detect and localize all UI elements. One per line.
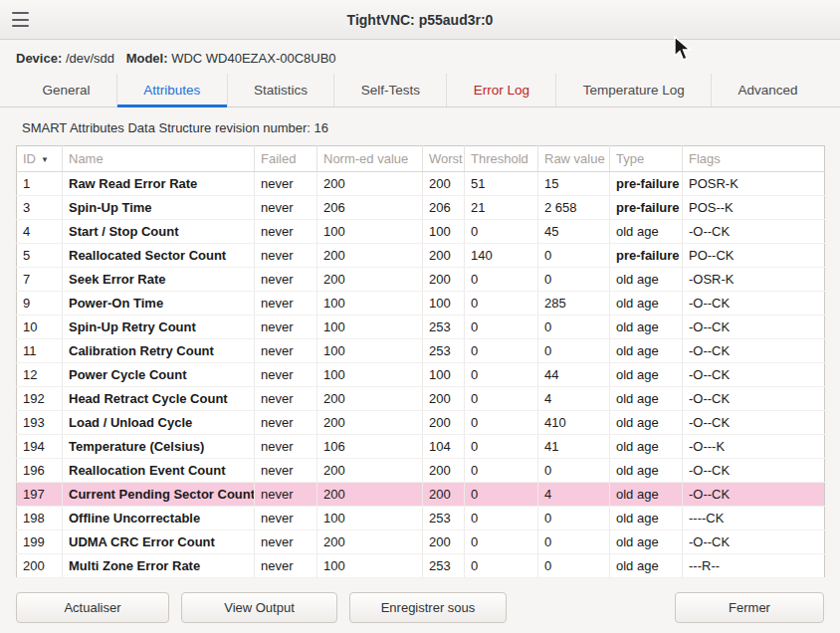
cell-flags: -O---K: [683, 435, 825, 459]
cell-type: old age: [610, 316, 683, 339]
cell-raw: 0: [538, 339, 610, 363]
column-header-raw-value[interactable]: Raw value: [538, 146, 610, 172]
attribute-row-9[interactable]: 9Power-On Timenever1001000285old age-O--…: [17, 292, 825, 316]
column-header-name[interactable]: Name: [63, 146, 255, 172]
cell-id: 5: [17, 244, 63, 268]
table-body: 1Raw Read Error Ratenever2002005115pre-f…: [17, 172, 825, 578]
cell-raw: 0: [538, 316, 610, 339]
column-header-type[interactable]: Type: [610, 146, 683, 172]
menu-icon[interactable]: [12, 12, 29, 27]
cell-raw: 410: [538, 411, 610, 435]
cell-normed: 200: [317, 172, 423, 196]
attribute-row-10[interactable]: 10Spin-Up Retry Countnever10025300old ag…: [17, 316, 825, 339]
attribute-row-5[interactable]: 5Reallocated Sector Countnever2002001400…: [17, 244, 825, 268]
attribute-row-192[interactable]: 192Head Retract Cycle Countnever20020004…: [17, 387, 825, 411]
tab-self-tests[interactable]: Self-Tests: [333, 74, 446, 106]
column-header-failed[interactable]: Failed: [255, 146, 317, 172]
cell-type: old age: [610, 387, 683, 411]
column-header-id[interactable]: ID▼: [17, 146, 63, 172]
tab-statistics[interactable]: Statistics: [227, 74, 334, 106]
cell-flags: -OSR-K: [683, 268, 825, 292]
attribute-row-196[interactable]: 196Reallocation Event Countnever20020000…: [17, 459, 825, 483]
cell-failed: never: [255, 483, 317, 507]
cell-name: Load / Unload Cycle: [63, 411, 255, 435]
cell-normed: 100: [317, 220, 423, 244]
cell-flags: -O--CK: [683, 339, 825, 363]
attribute-row-197[interactable]: 197Current Pending Sector Countnever2002…: [17, 483, 825, 507]
attribute-row-200[interactable]: 200Multi Zone Error Ratenever10025300old…: [17, 554, 825, 578]
cell-flags: -O--CK: [683, 220, 825, 244]
cell-type: pre-failure: [610, 244, 683, 268]
cell-failed: never: [255, 268, 317, 292]
cell-name: Start / Stop Count: [63, 220, 255, 244]
tab-attributes[interactable]: Attributes: [116, 74, 227, 106]
cell-raw: 44: [538, 363, 610, 387]
cell-normed: 200: [317, 411, 423, 435]
cell-type: old age: [610, 220, 683, 244]
column-header-threshold[interactable]: Threshold: [465, 146, 538, 172]
cell-failed: never: [255, 196, 317, 220]
attribute-row-11[interactable]: 11Calibration Retry Countnever10025300ol…: [17, 339, 825, 363]
refresh-button[interactable]: Actualiser: [16, 592, 169, 623]
cell-name: Offline Uncorrectable: [63, 507, 255, 530]
attribute-row-12[interactable]: 12Power Cycle Countnever100100044old age…: [17, 363, 825, 387]
cell-raw: 0: [538, 507, 610, 530]
cell-type: old age: [610, 292, 683, 316]
cell-type: old age: [610, 411, 683, 435]
cell-worst: 253: [423, 554, 465, 578]
attribute-row-199[interactable]: 199UDMA CRC Error Countnever20020000old …: [17, 530, 825, 554]
cell-threshold: 0: [465, 316, 538, 339]
column-header-worst[interactable]: Worst: [423, 146, 465, 172]
device-label: Device:: [16, 51, 62, 66]
cell-flags: -O--CK: [683, 292, 825, 316]
cell-failed: never: [255, 316, 317, 339]
cell-worst: 200: [423, 483, 465, 507]
cell-normed: 106: [317, 435, 423, 459]
save-as-button[interactable]: Enregistrer sous: [349, 592, 507, 623]
titlebar: TightVNC: p55aud3r:0: [0, 0, 840, 40]
cell-flags: -O--CK: [683, 316, 825, 339]
cell-flags: -O--CK: [683, 363, 825, 387]
attribute-row-198[interactable]: 198Offline Uncorrectablenever10025300old…: [17, 507, 825, 530]
cell-normed: 100: [317, 316, 423, 339]
column-header-norm-ed-value[interactable]: Norm-ed value: [317, 146, 423, 172]
close-button[interactable]: Fermer: [675, 592, 824, 623]
cell-name: Calibration Retry Count: [63, 339, 255, 363]
cell-type: old age: [610, 363, 683, 387]
cell-failed: never: [255, 435, 317, 459]
cell-name: Multi Zone Error Rate: [63, 554, 255, 578]
cell-id: 4: [17, 220, 63, 244]
attribute-row-1[interactable]: 1Raw Read Error Ratenever2002005115pre-f…: [17, 172, 825, 196]
cell-type: old age: [610, 483, 683, 507]
cell-type: old age: [610, 507, 683, 530]
tab-general[interactable]: General: [16, 74, 116, 106]
attributes-table: ID▼NameFailedNorm-ed valueWorstThreshold…: [16, 145, 825, 578]
view-output-button[interactable]: View Output: [181, 592, 337, 623]
cell-threshold: 21: [465, 196, 538, 220]
cell-name: Power-On Time: [63, 292, 255, 316]
attribute-row-3[interactable]: 3Spin-Up Timenever206206212 658pre-failu…: [17, 196, 825, 220]
attribute-row-4[interactable]: 4Start / Stop Countnever100100045old age…: [17, 220, 825, 244]
cell-normed: 100: [317, 507, 423, 530]
cell-flags: ---R--: [683, 554, 825, 578]
attribute-row-194[interactable]: 194Temperature (Celsius)never106104041ol…: [17, 435, 825, 459]
cell-name: UDMA CRC Error Count: [63, 530, 255, 554]
model-label: Model:: [126, 51, 168, 66]
column-header-flags[interactable]: Flags: [683, 146, 825, 172]
cell-id: 3: [17, 196, 63, 220]
cell-normed: 200: [317, 483, 423, 507]
attribute-row-7[interactable]: 7Seek Error Ratenever20020000old age-OSR…: [17, 268, 825, 292]
tab-advanced[interactable]: Advanced: [711, 74, 824, 106]
sort-descending-icon: ▼: [41, 155, 49, 164]
tab-error-log[interactable]: Error Log: [446, 74, 555, 106]
attribute-row-193[interactable]: 193Load / Unload Cyclenever2002000410old…: [17, 411, 825, 435]
cell-flags: POS--K: [683, 196, 825, 220]
cell-worst: 253: [423, 339, 465, 363]
cell-flags: -O--CK: [683, 483, 825, 507]
cell-threshold: 0: [465, 363, 538, 387]
tab-temperature-log[interactable]: Temperature Log: [555, 74, 711, 106]
cell-id: 11: [17, 339, 63, 363]
cell-threshold: 140: [465, 244, 538, 268]
cell-worst: 200: [423, 459, 465, 483]
cell-type: pre-failure: [610, 196, 683, 220]
